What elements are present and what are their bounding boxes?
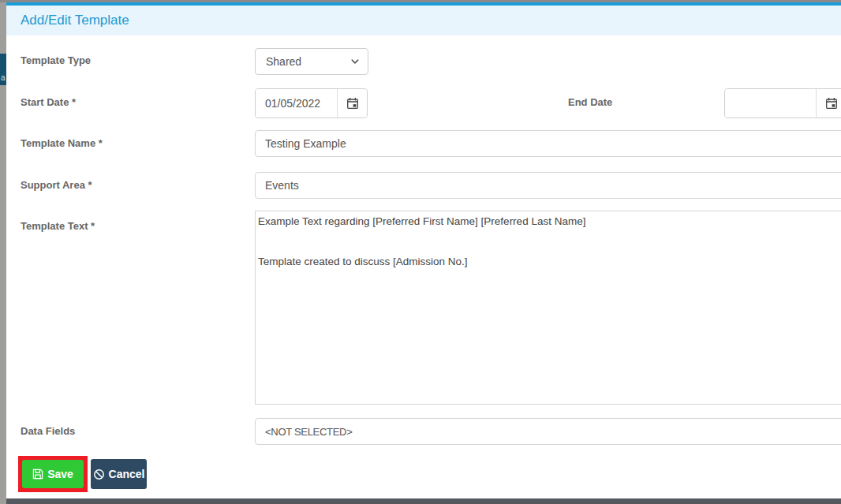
sidebar-partial-item: a — [0, 54, 6, 85]
template-type-selected-value: Shared — [266, 55, 350, 68]
add-edit-template-screen: a Add/Edit Template Template Type Shared… — [0, 0, 841, 504]
end-date-picker — [724, 88, 841, 118]
support-area-label: Support Area * — [21, 180, 92, 191]
start-date-picker — [255, 88, 368, 118]
template-type-label: Template Type — [21, 55, 91, 66]
panel-header: Add/Edit Template — [6, 6, 841, 35]
bottom-border — [6, 498, 841, 504]
save-button-label: Save — [47, 468, 73, 480]
page-title: Add/Edit Template — [21, 13, 129, 28]
end-date-label: End Date — [568, 97, 612, 108]
save-button-highlight-annotation: Save — [18, 456, 88, 492]
data-fields-label: Data Fields — [21, 426, 75, 437]
ban-icon — [93, 469, 105, 480]
sidebar-partial-item-text: a — [1, 73, 6, 82]
start-date-label: Start Date * — [21, 97, 76, 108]
template-name-label: Template Name * — [21, 138, 103, 149]
end-date-calendar-button[interactable] — [816, 89, 841, 118]
end-date-input[interactable] — [725, 89, 816, 118]
calendar-icon — [825, 97, 838, 110]
start-date-calendar-button[interactable] — [337, 89, 367, 118]
template-type-select[interactable]: Shared — [255, 48, 368, 75]
template-text-textarea[interactable]: Example Text regarding [Preferred First … — [255, 211, 841, 405]
support-area-input[interactable] — [255, 172, 841, 199]
template-name-input[interactable] — [255, 130, 841, 157]
chevron-down-icon — [350, 57, 360, 66]
floppy-disk-icon — [32, 469, 43, 480]
calendar-icon — [346, 97, 359, 110]
template-text-label: Template Text * — [21, 221, 95, 232]
cancel-button-label: Cancel — [109, 468, 145, 480]
data-fields-input[interactable] — [255, 418, 841, 445]
cancel-button[interactable]: Cancel — [91, 459, 147, 489]
save-button[interactable]: Save — [22, 460, 84, 488]
start-date-input[interactable] — [256, 89, 337, 118]
